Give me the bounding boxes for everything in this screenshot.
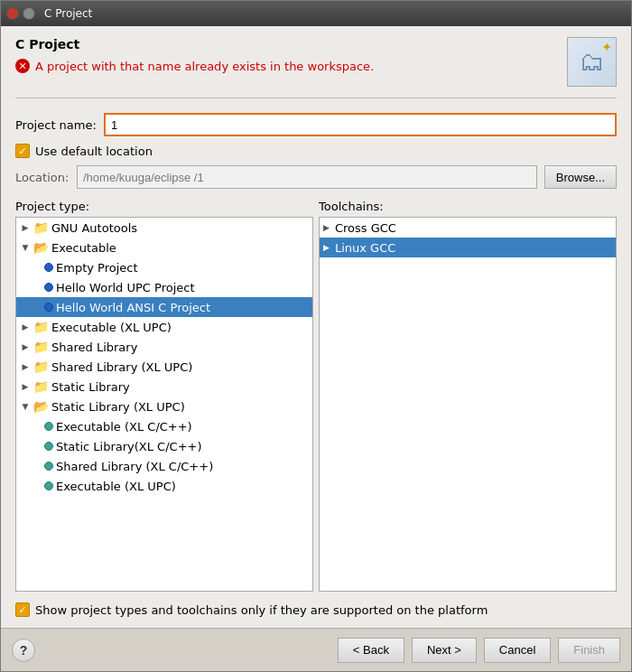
toolchain-linux-gcc[interactable]: ▶ Linux GCC (320, 238, 616, 257)
expand-shared-lib-xl-upc: ▶ (20, 362, 31, 371)
shared-library-label: Shared Library (51, 341, 137, 354)
shared-library-xl-upc-label: Shared Library (XL UPC) (51, 360, 192, 374)
header-section: C Project ✕ A project with that name alr… (15, 37, 617, 87)
folder-icon-shared-lib: 📁 (33, 340, 49, 354)
location-input (77, 165, 537, 189)
dot-hello-world-upc (44, 283, 53, 292)
use-default-location-row[interactable]: Use default location (15, 144, 617, 158)
wizard-image: 🗂 (567, 37, 617, 87)
show-supported-checkbox[interactable] (15, 602, 30, 617)
folder-icon: 🗂 (580, 47, 605, 77)
tree-item-shared-library-xl-cpp[interactable]: Shared Library (XL C/C++) (16, 456, 312, 476)
show-supported-row[interactable]: Show project types and toolchains only i… (15, 602, 617, 617)
dot-executable-xl-upc2 (44, 481, 53, 490)
tri-linux-gcc: ▶ (323, 243, 330, 252)
tree-item-executable[interactable]: ▼ 📂 Executable (16, 238, 312, 257)
expand-gnu-autotools: ▶ (20, 223, 31, 232)
expand-executable: ▼ (20, 243, 31, 252)
toolchain-cross-gcc[interactable]: ▶ Cross GCC (320, 218, 616, 238)
titlebar: C Project (1, 1, 631, 26)
tree-item-static-library-xl-cpp[interactable]: Static Library(XL C/C++) (16, 436, 312, 456)
hello-world-upc-label: Hello World UPC Project (56, 281, 195, 294)
folder-icon-exec-xl-upc: 📁 (33, 320, 49, 334)
folder-icon-static-lib: 📁 (33, 379, 49, 394)
static-library-label: Static Library (51, 380, 130, 394)
tree-item-empty-project[interactable]: Empty Project (16, 257, 312, 277)
finish-button[interactable]: Finish (558, 638, 620, 663)
separator-1 (15, 98, 617, 98)
static-library-xl-upc-label: Static Library (XL UPC) (51, 400, 185, 414)
dot-hello-world-ansi (44, 303, 53, 312)
shared-library-xl-cpp-label: Shared Library (XL C/C++) (56, 460, 213, 473)
linux-gcc-label: Linux GCC (335, 241, 395, 255)
dot-static-library-xl-cpp (44, 442, 53, 451)
tree-item-shared-library[interactable]: ▶ 📁 Shared Library (16, 337, 312, 357)
folder-icon-executable: 📂 (33, 240, 49, 255)
tree-item-static-library-xl-upc[interactable]: ▼ 📂 Static Library (XL UPC) (16, 397, 312, 416)
dot-shared-library-xl-cpp (44, 462, 53, 471)
tree-item-static-library[interactable]: ▶ 📁 Static Library (16, 377, 312, 397)
project-name-input[interactable] (104, 113, 617, 136)
toolchains-tree[interactable]: ▶ Cross GCC ▶ Linux GCC (319, 217, 617, 592)
folder-icon-shared-lib-xl-upc: 📁 (33, 359, 49, 374)
expand-static-lib: ▶ (20, 382, 31, 391)
empty-project-label: Empty Project (56, 261, 138, 275)
use-default-location-checkbox[interactable] (15, 144, 30, 158)
tree-item-executable-xl-upc[interactable]: ▶ 📁 Executable (XL UPC) (16, 317, 312, 337)
expand-shared-lib: ▶ (20, 342, 31, 351)
use-default-location-label: Use default location (35, 145, 153, 158)
back-button[interactable]: < Back (338, 638, 404, 663)
cross-gcc-label: Cross GCC (335, 221, 396, 235)
minimize-button[interactable] (23, 7, 35, 20)
tri-cross-gcc: ▶ (323, 223, 330, 232)
dialog-content: C Project ✕ A project with that name alr… (1, 26, 631, 628)
executable-xl-upc2-label: Executable (XL UPC) (56, 480, 176, 493)
tree-item-hello-world-upc[interactable]: Hello World UPC Project (16, 277, 312, 297)
project-type-tree[interactable]: ▶ 📁 GNU Autotools ▼ 📂 Executable (15, 217, 313, 592)
hello-world-ansi-label: Hello World ANSI C Project (56, 301, 210, 314)
folder-icon-static-lib-xl-upc: 📂 (33, 399, 49, 414)
page-title: C Project (15, 37, 567, 51)
header-left: C Project ✕ A project with that name alr… (15, 37, 567, 73)
static-library-xl-cpp-label: Static Library(XL C/C++) (56, 440, 202, 453)
tree-item-executable-xl-upc2[interactable]: Executable (XL UPC) (16, 476, 312, 496)
tree-item-executable-xl-cpp[interactable]: Executable (XL C/C++) (16, 416, 312, 436)
toolchains-label: Toolchains: (319, 200, 617, 213)
close-button[interactable] (6, 7, 19, 20)
expand-static-lib-xl-upc: ▼ (20, 402, 31, 411)
expand-exec-xl-upc: ▶ (20, 322, 31, 331)
error-icon: ✕ (15, 59, 30, 73)
window-title: C Project (44, 7, 92, 20)
dot-executable-xl-cpp (44, 422, 53, 431)
cancel-button[interactable]: Cancel (484, 638, 551, 663)
tree-item-hello-world-ansi[interactable]: Hello World ANSI C Project (16, 297, 312, 317)
next-button[interactable]: Next > (412, 638, 477, 663)
folder-icon-gnu: 📁 (33, 220, 49, 235)
button-bar: ? < Back Next > Cancel Finish (1, 628, 631, 671)
executable-xl-upc-label: Executable (XL UPC) (51, 321, 172, 334)
project-type-label: Project type: (15, 200, 313, 213)
show-supported-label: Show project types and toolchains only i… (35, 603, 488, 617)
panels-row: Project type: ▶ 📁 GNU Autotools ▼ 📂 Exec… (15, 200, 617, 592)
project-name-label: Project name: (15, 118, 97, 132)
main-window: C Project C Project ✕ A project with tha… (0, 0, 632, 672)
executable-xl-cpp-label: Executable (XL C/C++) (56, 420, 192, 434)
error-message: A project with that name already exists … (35, 60, 374, 73)
dot-empty-project (44, 263, 53, 272)
tree-item-gnu-autotools[interactable]: ▶ 📁 GNU Autotools (16, 218, 312, 238)
error-row: ✕ A project with that name already exist… (15, 59, 567, 73)
help-button[interactable]: ? (12, 639, 35, 662)
project-type-panel: Project type: ▶ 📁 GNU Autotools ▼ 📂 Exec… (15, 200, 313, 592)
location-label: Location: (15, 171, 70, 184)
executable-label: Executable (51, 241, 116, 255)
project-name-row: Project name: (15, 113, 617, 136)
location-row: Location: Browse... (15, 165, 617, 189)
tree-item-shared-library-xl-upc[interactable]: ▶ 📁 Shared Library (XL UPC) (16, 357, 312, 377)
gnu-autotools-label: GNU Autotools (51, 221, 137, 235)
browse-button[interactable]: Browse... (544, 165, 617, 189)
toolchains-panel: Toolchains: ▶ Cross GCC ▶ Linux GCC (319, 200, 617, 592)
